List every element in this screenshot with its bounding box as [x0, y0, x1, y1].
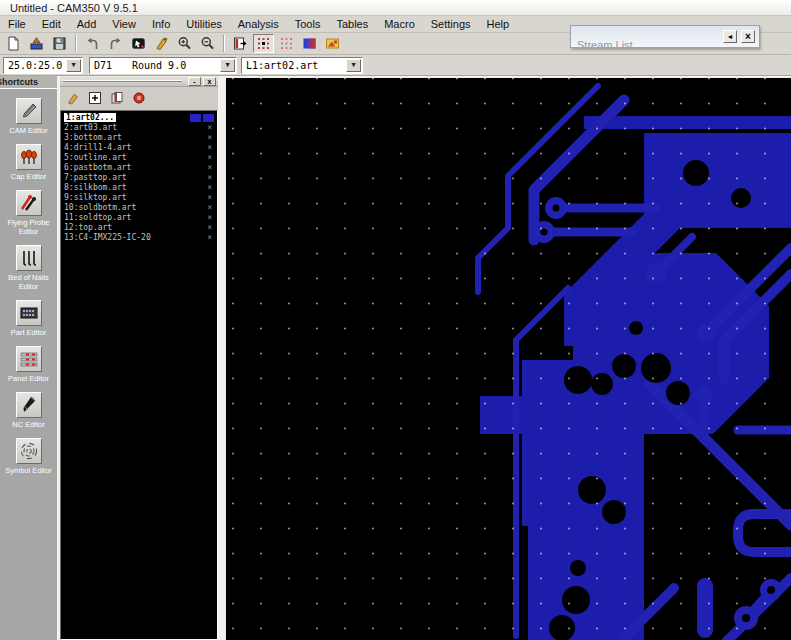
main-area: Shortcuts CAM Editor Cap Editor Flying P… [0, 76, 791, 640]
remove-layer-icon[interactable]: × [207, 143, 212, 153]
chevron-down-icon[interactable]: ▼ [346, 59, 361, 72]
symbol-editor-icon [16, 438, 42, 464]
zoom-in-icon[interactable] [174, 34, 195, 53]
menu-utilities[interactable]: Utilities [178, 16, 229, 33]
status-combo-bar: 25.0:25.0 ▼ D71 Round 9.0 ▼ L1:art02.art… [0, 55, 791, 76]
sidebar-item-panel-editor[interactable]: Panel Editor [0, 346, 57, 383]
pcb-artwork [226, 78, 791, 640]
layer-row[interactable]: 11:soldtop.art× [61, 213, 217, 223]
layer-color-swatches[interactable] [190, 114, 214, 122]
shortcuts-header: Shortcuts [0, 76, 57, 89]
menu-settings[interactable]: Settings [423, 16, 479, 33]
layer-row[interactable]: 12:top.art× [61, 223, 217, 233]
new-document-icon[interactable] [3, 34, 24, 53]
stream-list-window[interactable]: Stream List ◄ × [570, 25, 760, 48]
pcb-canvas[interactable] [226, 76, 791, 640]
menu-analysis[interactable]: Analysis [230, 16, 287, 33]
sidebar-item-symbol-editor[interactable]: Symbol Editor [0, 438, 57, 475]
add-layer-icon[interactable] [86, 90, 103, 106]
drag-grip[interactable] [63, 80, 182, 82]
redo-icon[interactable] [105, 34, 126, 53]
remove-layer-icon[interactable]: × [207, 133, 212, 143]
flying-probe-editor-icon [16, 190, 42, 216]
sidebar-item-nc-editor[interactable]: NC Editor [0, 392, 57, 429]
chevron-down-icon[interactable]: ▼ [220, 59, 235, 72]
menu-help[interactable]: Help [479, 16, 518, 33]
import-icon[interactable] [26, 34, 47, 53]
panel-editor-icon [16, 346, 42, 372]
grid-spacing-select[interactable]: 25.0:25.0 ▼ [3, 57, 83, 74]
copy-layer-icon[interactable] [108, 90, 125, 106]
layer-table-icon[interactable] [230, 34, 251, 53]
remove-layer-icon[interactable]: × [207, 203, 212, 213]
toolbar-separator [75, 35, 77, 52]
shortcuts-sidebar: Shortcuts CAM Editor Cap Editor Flying P… [0, 76, 57, 640]
menu-add[interactable]: Add [69, 16, 105, 33]
paint-layer-icon[interactable] [64, 90, 81, 106]
stream-list-title: Stream List [577, 39, 633, 48]
remove-layer-icon[interactable]: × [207, 173, 212, 183]
close-icon[interactable]: x [203, 77, 216, 86]
layer-row[interactable]: 10:soldbotm.art× [61, 203, 217, 213]
menu-edit[interactable]: Edit [34, 16, 69, 33]
layer-row-selected[interactable]: 1:art02... [61, 113, 217, 123]
redraw-icon[interactable] [128, 34, 149, 53]
dcode-select[interactable]: D71 Round 9.0 ▼ [89, 57, 237, 74]
window-title: Untitled - CAM350 V 9.5.1 [10, 2, 138, 14]
menu-info[interactable]: Info [144, 16, 178, 33]
cam-editor-icon [16, 98, 42, 124]
film-box-icon[interactable] [322, 34, 343, 53]
chevron-down-icon[interactable]: ▼ [66, 59, 81, 72]
remove-layer-icon[interactable]: × [207, 153, 212, 163]
highlight-icon[interactable] [151, 34, 172, 53]
zoom-out-icon[interactable] [197, 34, 218, 53]
layer-colors-icon[interactable] [299, 34, 320, 53]
layer-row[interactable]: 8:silkbom.art× [61, 183, 217, 193]
layer-row[interactable]: 2:art03.art× [61, 123, 217, 133]
remove-layer-icon[interactable]: × [207, 163, 212, 173]
draw-color-swatch [190, 114, 201, 122]
sidebar-item-cam-editor[interactable]: CAM Editor [0, 98, 57, 135]
remove-layer-icon[interactable]: × [207, 123, 212, 133]
layer-row[interactable]: 9:silktop.art× [61, 193, 217, 203]
remove-layer-icon[interactable]: × [207, 183, 212, 193]
minimize-button[interactable]: - [188, 77, 201, 86]
sidebar-item-part-editor[interactable]: Part Editor [0, 300, 57, 337]
undo-icon[interactable] [82, 34, 103, 53]
layer-row[interactable]: 5:outline.art× [61, 153, 217, 163]
menu-view[interactable]: View [104, 16, 144, 33]
toolbar-separator [223, 35, 225, 52]
remove-layer-icon[interactable]: × [207, 193, 212, 203]
remove-layer-icon[interactable]: × [207, 233, 212, 243]
active-layer-select[interactable]: L1:art02.art ▼ [241, 57, 363, 74]
menu-tools[interactable]: Tools [287, 16, 329, 33]
layers-panel-toolbar [60, 87, 218, 109]
layer-row[interactable]: 7:pasttop.art× [61, 173, 217, 183]
close-icon[interactable]: × [741, 30, 755, 43]
menu-tables[interactable]: Tables [328, 16, 376, 33]
save-icon[interactable] [49, 34, 70, 53]
layer-row[interactable]: 6:pastbotm.art× [61, 163, 217, 173]
flash-color-swatch [203, 114, 214, 122]
layer-row[interactable]: 4:drill1-4.art× [61, 143, 217, 153]
panel-gutter [218, 76, 226, 640]
collapse-button[interactable]: ◄ [723, 30, 737, 43]
layers-panel-titlebar[interactable]: - x [60, 76, 218, 87]
active-layer-value: L1:art02.art [246, 60, 318, 71]
grid-off-icon[interactable] [276, 34, 297, 53]
remove-layer-icon[interactable]: × [207, 223, 212, 233]
layer-row[interactable]: 13:C4-IMX225-IC-20× [61, 233, 217, 243]
cap-editor-icon [16, 144, 42, 170]
sidebar-item-cap-editor[interactable]: Cap Editor [0, 144, 57, 181]
menu-macro[interactable]: Macro [376, 16, 423, 33]
bed-of-nails-editor-icon [16, 245, 42, 271]
menu-file[interactable]: File [0, 16, 34, 33]
target-layer-icon[interactable] [130, 90, 147, 106]
remove-layer-icon[interactable]: × [207, 213, 212, 223]
layer-row[interactable]: 3:bottom.art× [61, 133, 217, 143]
sidebar-item-bed-of-nails-editor[interactable]: Bed of Nails Editor [0, 245, 57, 291]
sidebar-item-flying-probe-editor[interactable]: Flying Probe Editor [0, 190, 57, 236]
grid-on-icon[interactable] [253, 34, 274, 53]
dcode-shape: Round 9.0 [132, 60, 186, 71]
part-editor-icon [16, 300, 42, 326]
